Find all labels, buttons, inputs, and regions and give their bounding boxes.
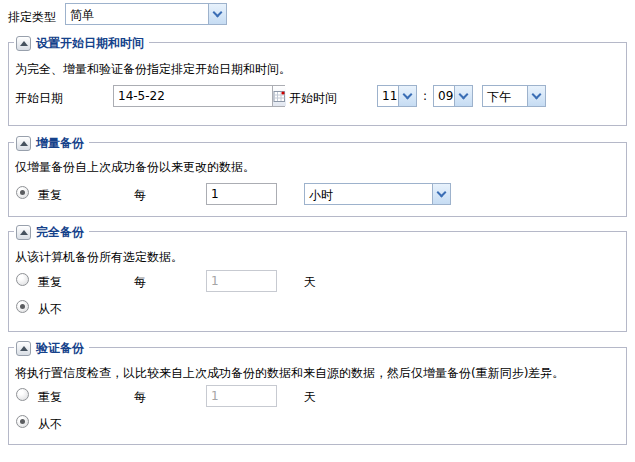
chevron-down-icon [532,90,542,100]
start-date-label: 开始日期 [15,90,63,107]
time-separator: : [423,89,427,103]
section-description: 将执行置信度检查，以比较来自上次成功备份的数据和来自源的数据，然后仅增量备份(重… [15,365,564,382]
section-title: 设置开始日期和时间 [36,35,144,52]
interval-input [206,270,277,292]
collapse-toggle[interactable] [16,36,31,51]
section-datetime: 设置开始日期和时间 为完全、增量和验证备份指定排定开始日期和时间。 开始日期 开… [8,42,627,126]
unit-combo[interactable]: 小时 [304,183,451,205]
repeat-radio[interactable] [16,273,29,286]
repeat-label: 重复 [38,274,62,291]
section-datetime-legend: 设置开始日期和时间 [14,34,149,52]
section-verify-legend: 验证备份 [14,339,89,357]
schedule-type-combo[interactable]: 简单 [65,3,227,25]
collapse-toggle[interactable] [16,225,31,240]
unit-label: 天 [304,389,316,406]
repeat-label: 重复 [38,389,62,406]
interval-input[interactable] [206,183,277,205]
minute-value: 09 [434,86,454,106]
never-radio[interactable] [16,300,29,313]
every-label: 每 [134,274,146,291]
section-description: 从该计算机备份所有选定数据。 [15,249,183,266]
every-label: 每 [134,389,146,406]
unit-label: 天 [304,274,316,291]
minute-combo[interactable]: 09 [433,85,473,107]
unit-trigger[interactable] [432,184,450,204]
section-full: 完全备份 从该计算机备份所有选定数据。 重复 每 天 从不 [8,231,627,332]
start-date-field[interactable] [113,85,285,107]
schedule-type-trigger[interactable] [208,4,226,24]
date-picker-button[interactable] [272,86,286,106]
section-full-legend: 完全备份 [14,223,89,241]
schedule-type-value: 简单 [66,4,208,24]
chevron-down-icon [437,188,447,198]
interval-input [206,385,277,407]
section-description: 为完全、增量和验证备份指定排定开始日期和时间。 [15,61,291,78]
meridiem-value: 下午 [483,86,527,106]
chevron-down-icon [213,8,223,18]
schedule-type-label: 排定类型 [8,9,56,26]
section-incremental: 增量备份 仅增量备份自上次成功备份以来更改的数据。 重复 每 小时 [8,142,627,217]
hour-value: 11 [378,86,398,106]
section-verify: 验证备份 将执行置信度检查，以比较来自上次成功备份的数据和来自源的数据，然后仅增… [8,347,627,445]
calendar-icon [273,90,286,103]
never-label: 从不 [38,416,62,433]
unit-value: 小时 [305,184,432,204]
repeat-label: 重复 [38,187,62,204]
every-label: 每 [134,187,146,204]
start-time-label: 开始时间 [289,90,337,107]
section-title: 验证备份 [36,340,84,357]
repeat-radio[interactable] [16,186,29,199]
triangle-up-icon [20,230,28,235]
section-title: 增量备份 [36,135,84,152]
schedule-settings-panel: 排定类型 简单 设置开始日期和时间 为完全、增量和验证备份指定排定开始日期和时间… [0,0,635,462]
triangle-up-icon [20,346,28,351]
never-label: 从不 [38,301,62,318]
meridiem-combo[interactable]: 下午 [482,85,546,107]
collapse-toggle[interactable] [16,341,31,356]
meridiem-trigger[interactable] [527,86,545,106]
hour-trigger[interactable] [398,86,416,106]
chevron-down-icon [459,90,469,100]
chevron-down-icon [403,90,413,100]
section-description: 仅增量备份自上次成功备份以来更改的数据。 [15,159,255,176]
section-incremental-legend: 增量备份 [14,134,89,152]
collapse-toggle[interactable] [16,136,31,151]
section-title: 完全备份 [36,224,84,241]
minute-trigger[interactable] [454,86,472,106]
triangle-up-icon [20,141,28,146]
triangle-up-icon [20,41,28,46]
hour-combo[interactable]: 11 [377,85,417,107]
start-date-input[interactable] [114,86,272,106]
never-radio[interactable] [16,415,29,428]
repeat-radio[interactable] [16,388,29,401]
